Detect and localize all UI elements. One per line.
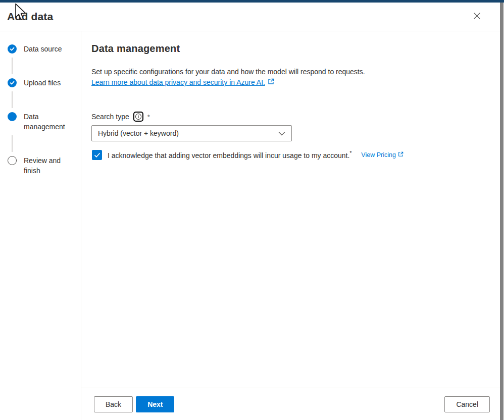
chevron-down-icon	[278, 129, 285, 138]
search-type-selected-value: Hybrid (vector + keyword)	[98, 129, 179, 137]
dialog-footer: Back Next Cancel	[81, 388, 500, 420]
step-label: Data source	[24, 44, 62, 54]
step-label: Upload files	[24, 78, 61, 88]
step-current-icon	[8, 112, 17, 121]
acknowledgement-checkbox[interactable]	[92, 150, 102, 160]
wizard-stepper: Data source Upload files Data management…	[0, 31, 81, 420]
search-type-field-label-row: Search type *	[91, 112, 480, 122]
cancel-button[interactable]: Cancel	[444, 396, 490, 412]
search-type-label: Search type	[91, 113, 129, 121]
main-column: Data management Set up specific configur…	[81, 31, 500, 420]
step-upcoming-icon	[8, 156, 17, 165]
external-link-icon	[398, 151, 404, 159]
stepper-connector	[12, 135, 13, 152]
required-marker: *	[349, 150, 351, 156]
step-completed-icon	[8, 44, 17, 54]
search-type-dropdown[interactable]: Hybrid (vector + keyword)	[91, 125, 292, 141]
step-completed-icon	[8, 78, 17, 87]
add-data-dialog: Add data Data source Upload files	[0, 0, 500, 420]
page-scrollbar[interactable]	[500, 3, 503, 420]
learn-more-link-text: Learn more about data privacy and securi…	[91, 77, 265, 88]
stepper-connector	[12, 91, 13, 108]
dialog-title: Add data	[7, 11, 53, 23]
stepper-connector	[12, 58, 13, 74]
window-top-edge	[0, 0, 504, 3]
dialog-header: Add data	[0, 0, 500, 31]
dialog-body: Data source Upload files Data management…	[0, 31, 500, 420]
stepper-item-data-management[interactable]: Data management	[8, 112, 76, 132]
info-icon[interactable]	[133, 112, 143, 122]
acknowledgement-text: I acknowledge that adding vector embeddi…	[108, 151, 349, 160]
page-description: Set up specific configurations for your …	[91, 67, 480, 77]
close-button[interactable]	[471, 10, 483, 23]
step-label: Data management	[24, 112, 74, 132]
required-marker: *	[147, 113, 150, 121]
close-icon	[473, 12, 481, 21]
next-button[interactable]: Next	[136, 396, 174, 412]
page-title: Data management	[91, 43, 480, 55]
view-pricing-link[interactable]: View Pricing	[361, 151, 404, 159]
view-pricing-link-text: View Pricing	[361, 151, 396, 159]
stepper-item-review-and-finish[interactable]: Review and finish	[8, 155, 76, 176]
stepper-item-upload-files[interactable]: Upload files	[8, 78, 76, 88]
external-link-icon	[268, 77, 274, 88]
back-button[interactable]: Back	[94, 396, 133, 412]
stepper-item-data-source[interactable]: Data source	[8, 44, 76, 54]
acknowledgement-row: I acknowledge that adding vector embeddi…	[92, 150, 480, 160]
step-label: Review and finish	[24, 155, 74, 176]
learn-more-link[interactable]: Learn more about data privacy and securi…	[91, 77, 274, 88]
data-management-panel: Data management Set up specific configur…	[81, 31, 500, 388]
acknowledgement-label: I acknowledge that adding vector embeddi…	[108, 150, 351, 160]
